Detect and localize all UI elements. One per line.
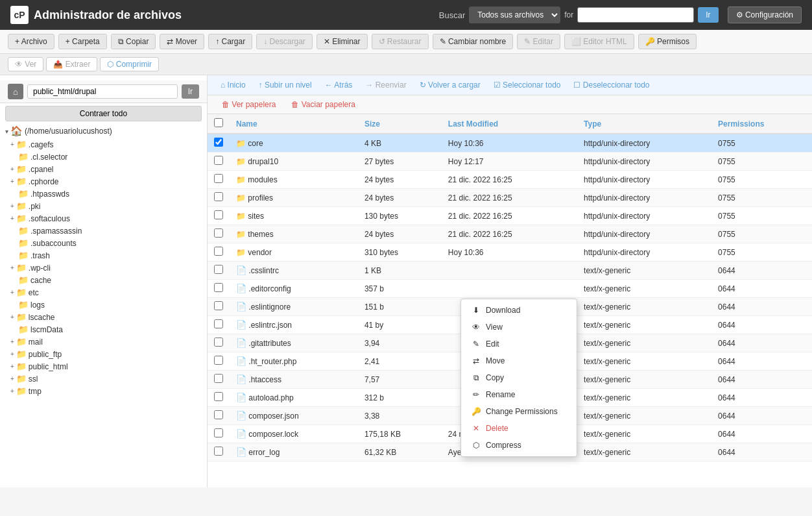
path-input[interactable]	[27, 84, 178, 99]
row-checkbox[interactable]	[214, 301, 223, 310]
file-link[interactable]: error_log	[248, 448, 280, 457]
search-ir-button[interactable]: Ir	[698, 7, 718, 23]
file-link[interactable]: modules	[248, 175, 277, 184]
tree-item-htpasswds[interactable]: 📁 .htpasswds	[0, 188, 207, 200]
cm-download[interactable]: ⬇Download	[461, 302, 577, 319]
table-row[interactable]: 📁 sites 130 bytes 21 dic. 2022 16:25 htt…	[208, 207, 812, 225]
file-link[interactable]: themes	[248, 230, 273, 239]
archivo-button[interactable]: + Archivo	[8, 34, 54, 49]
row-checkbox[interactable]	[214, 428, 223, 437]
file-link[interactable]: sites	[248, 212, 264, 221]
file-link[interactable]: .csslintrc	[248, 266, 279, 275]
file-link[interactable]: .eslintrc.json	[248, 321, 292, 330]
row-checkbox[interactable]	[214, 319, 223, 328]
cm-change-permissions[interactable]: 🔑Change Permissions	[461, 403, 577, 420]
cm-edit[interactable]: ✎Edit	[461, 336, 577, 352]
tree-item-subaccounts[interactable]: 📁 .subaccounts	[0, 237, 207, 249]
collapse-all-button[interactable]: Contraer todo	[5, 106, 202, 121]
cm-rename[interactable]: ✏Rename	[461, 386, 577, 403]
comprimir-button[interactable]: ⬡ Comprimir	[100, 57, 159, 71]
row-checkbox[interactable]	[214, 392, 223, 401]
ver-button[interactable]: 👁 Ver	[8, 57, 43, 71]
col-type[interactable]: Type	[577, 114, 711, 134]
volver-cargar-button[interactable]: ↻ Volver a cargar	[414, 79, 486, 92]
col-size[interactable]: Size	[358, 114, 442, 134]
eliminar-button[interactable]: ✕ Eliminar	[316, 34, 368, 49]
subir-nivel-button[interactable]: ↑ Subir un nivel	[254, 79, 317, 92]
tree-item-lscache[interactable]: + 📁 lscache	[0, 311, 207, 323]
row-checkbox[interactable]	[214, 228, 223, 238]
row-checkbox[interactable]	[214, 138, 223, 147]
editor-html-button[interactable]: ⬜ Editor HTML	[564, 34, 634, 49]
search-input[interactable]	[577, 7, 694, 23]
cm-copy[interactable]: ⧉Copy	[461, 369, 577, 386]
table-row[interactable]: 📄 .csslintrc 1 KB text/x-generic 0644	[208, 262, 812, 280]
table-row[interactable]: 📁 core 4 KB Hoy 10:36 httpd/unix-directo…	[208, 134, 812, 153]
permisos-button[interactable]: 🔑 Permisos	[638, 34, 697, 49]
tree-item-spamassassin[interactable]: 📁 .spamassassin	[0, 225, 207, 237]
row-checkbox[interactable]	[214, 447, 223, 456]
deseleccionar-todo-button[interactable]: ☐ Deseleccionar todo	[568, 79, 654, 92]
row-checkbox[interactable]	[214, 265, 223, 274]
tree-item-pki[interactable]: + 📁 .pki	[0, 200, 207, 212]
row-checkbox[interactable]	[214, 192, 223, 201]
file-link[interactable]: vendor	[248, 248, 272, 257]
config-button[interactable]: ⚙ Configuración	[728, 6, 802, 23]
tree-item-root[interactable]: ▾ 🏠 (/home/usuariolucushost)	[0, 124, 207, 138]
col-perms[interactable]: Permissions	[711, 114, 812, 134]
inicio-button[interactable]: ⌂ Inicio	[215, 79, 251, 92]
tree-item-cache[interactable]: 📁 cache	[0, 274, 207, 286]
row-checkbox[interactable]	[214, 356, 223, 365]
file-link[interactable]: drupal10	[248, 157, 278, 166]
tree-item-trash[interactable]: 📁 .trash	[0, 249, 207, 262]
editar-button[interactable]: ✎ Editar	[517, 34, 560, 49]
row-checkbox[interactable]	[214, 174, 223, 183]
tree-item-public-html[interactable]: + 📁 public_html	[0, 360, 207, 373]
home-icon[interactable]: ⌂	[8, 84, 23, 99]
tree-item-wpcli[interactable]: + 📁 .wp-cli	[0, 262, 207, 274]
file-link[interactable]: .htaccess	[248, 375, 281, 384]
search-scope-select[interactable]: Todos sus archivos Solo nombre Solo cont…	[469, 6, 560, 23]
carpeta-button[interactable]: + Carpeta	[58, 34, 107, 49]
row-checkbox[interactable]	[214, 338, 223, 347]
path-ir-button[interactable]: Ir	[182, 84, 199, 99]
tree-item-cagefs[interactable]: + 📁 .cagefs	[0, 138, 207, 151]
file-link[interactable]: profiles	[248, 193, 273, 203]
row-checkbox[interactable]	[214, 283, 223, 292]
restaurar-button[interactable]: ↺ Restaurar	[372, 34, 429, 49]
col-name[interactable]: Name	[230, 114, 358, 134]
tree-item-cphorde[interactable]: + 📁 .cphorde	[0, 175, 207, 188]
tree-item-softaculous[interactable]: + 📁 .softaculous	[0, 212, 207, 225]
file-link[interactable]: .gitattributes	[248, 339, 291, 348]
descargar-button[interactable]: ↓ Descargar	[256, 34, 313, 49]
tree-item-mail[interactable]: + 📁 mail	[0, 336, 207, 348]
table-row[interactable]: 📄 .editorconfig 357 b text/x-generic 064…	[208, 280, 812, 298]
copiar-button[interactable]: ⧉ Copiar	[111, 34, 156, 49]
tree-item-cpanel[interactable]: + 📁 .cpanel	[0, 163, 207, 175]
table-row[interactable]: 📁 themes 24 bytes 21 dic. 2022 16:25 htt…	[208, 225, 812, 243]
cm-view[interactable]: 👁View	[461, 319, 577, 336]
select-all-checkbox[interactable]	[214, 118, 223, 127]
cm-delete[interactable]: ✕Delete	[461, 420, 577, 437]
table-row[interactable]: 📁 drupal10 27 bytes Hoy 12:17 httpd/unix…	[208, 153, 812, 171]
table-row[interactable]: 📁 modules 24 bytes 21 dic. 2022 16:25 ht…	[208, 171, 812, 189]
row-checkbox[interactable]	[214, 247, 223, 256]
mover-button[interactable]: ⇄ Mover	[160, 34, 204, 49]
file-link[interactable]: .editorconfig	[248, 284, 291, 293]
cargar-button[interactable]: ↑ Cargar	[208, 34, 252, 49]
tree-item-clselector[interactable]: 📁 .cl.selector	[0, 151, 207, 163]
tree-item-public-ftp[interactable]: + 📁 public_ftp	[0, 348, 207, 360]
file-link[interactable]: composer.lock	[248, 430, 298, 439]
file-link[interactable]: .eslintignore	[248, 302, 291, 312]
vaciar-papelera-button[interactable]: 🗑 Vaciar papelera	[285, 98, 362, 111]
file-link[interactable]: autoload.php	[248, 393, 293, 402]
file-link[interactable]: core	[248, 139, 263, 148]
cm-compress[interactable]: ⬡Compress	[461, 437, 577, 454]
row-checkbox[interactable]	[214, 210, 223, 219]
row-checkbox[interactable]	[214, 156, 223, 165]
table-row[interactable]: 📁 profiles 24 bytes 21 dic. 2022 16:25 h…	[208, 189, 812, 207]
table-row[interactable]: 📁 vendor 310 bytes Hoy 10:36 httpd/unix-…	[208, 243, 812, 262]
cm-move[interactable]: ⇄Move	[461, 352, 577, 369]
row-checkbox[interactable]	[214, 374, 223, 383]
tree-item-lscmdata[interactable]: 📁 lscmData	[0, 323, 207, 336]
